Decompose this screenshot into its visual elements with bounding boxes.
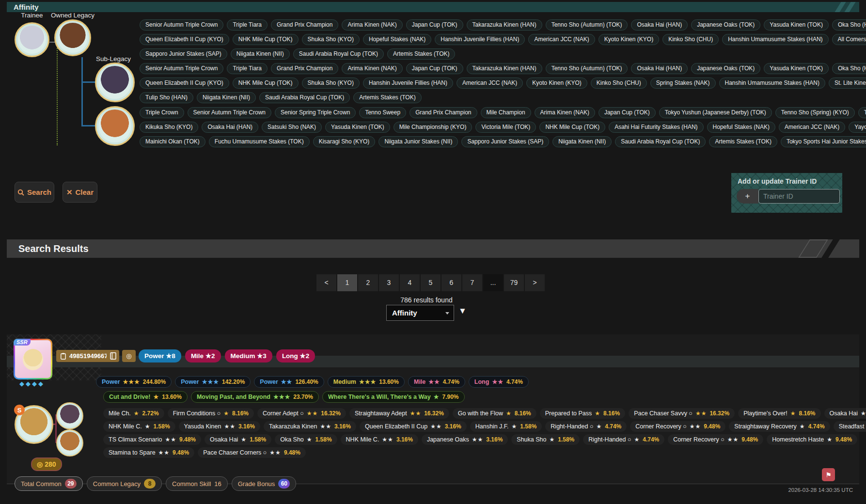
race-chip[interactable]: Grand Prix Champion — [409, 107, 477, 118]
race-chip[interactable]: Takarazuka Kinen (HAN) — [858, 107, 866, 118]
aptitude-chip[interactable]: Medium★★★13.60% — [328, 376, 405, 388]
race-chip[interactable]: NHK Mile Cup (TOK) — [233, 34, 299, 45]
skill-chip[interactable]: Osaka Hai★★3.16% — [824, 408, 866, 419]
race-chip[interactable]: Saudi Arabia Royal Cup (TOK) — [293, 48, 384, 60]
race-chip[interactable]: Japanese Oaks (TOK) — [691, 63, 760, 74]
sub-legacy-avatar-2[interactable] — [95, 106, 135, 146]
page-button[interactable]: 5 — [421, 274, 441, 291]
skill-chip[interactable]: Right-Handed ○★4.74% — [545, 421, 627, 432]
skill-chip[interactable]: Firm Conditions ○★8.16% — [168, 408, 254, 419]
race-chip[interactable]: Queen Elizabeth II Cup (KYO) — [140, 78, 229, 89]
skill-chip[interactable]: Stamina to Spare★★9.48% — [103, 447, 194, 458]
race-chip[interactable]: Kyoto Kinen (KYO) — [598, 34, 659, 45]
race-chip[interactable]: Kinko Sho (CHU) — [591, 78, 647, 89]
race-chip[interactable]: American JCC (NAK) — [779, 122, 845, 133]
race-chip[interactable]: American JCC (NAK) — [457, 78, 523, 89]
race-chip[interactable]: Osaka Hai (HAN) — [631, 19, 688, 31]
page-button[interactable]: 79 — [504, 274, 524, 291]
race-chip[interactable]: Triple Crown — [140, 107, 184, 118]
race-chip[interactable]: Spring Stakes (NAK) — [650, 78, 716, 89]
race-chip[interactable]: Kisaragi Sho (KYO) — [313, 136, 376, 147]
race-chip[interactable]: Hanshin Umamusume Stakes (HAN) — [722, 34, 828, 45]
race-chip[interactable]: Hanshin Juvenile Fillies (HAN) — [435, 34, 525, 45]
race-chip[interactable]: NHK Mile Cup (TOK) — [233, 78, 299, 89]
race-chip[interactable]: St. Lite Kinen (NAK) — [829, 78, 866, 89]
tab-grade-bonus[interactable]: Grade Bonus60 — [232, 476, 297, 491]
page-button[interactable]: < — [316, 274, 336, 291]
race-chip[interactable]: Artemis Stakes (TOK) — [709, 136, 777, 147]
race-chip[interactable]: Arima Kinen (NAK) — [342, 19, 402, 31]
race-chip[interactable]: Osaka Hai (HAN) — [631, 63, 688, 74]
race-chip[interactable]: Kyoto Kinen (KYO) — [526, 78, 587, 89]
skill-chip[interactable]: Oka Sho★1.58% — [275, 434, 337, 445]
trainee-rank-avatar[interactable]: S — [15, 405, 53, 444]
race-chip[interactable]: Saudi Arabia Royal Cup (TOK) — [259, 92, 350, 103]
race-chip[interactable]: Artemis Stakes (TOK) — [387, 48, 455, 60]
page-button[interactable]: 6 — [441, 274, 461, 291]
race-chip[interactable]: Saudi Arabia Royal Cup (TOK) — [615, 136, 706, 147]
race-chip[interactable]: Oka Sho (HAN) — [832, 19, 866, 31]
race-chip[interactable]: Victoria Mile (TOK) — [475, 122, 536, 133]
skill-chip[interactable]: Right-Handed ○★4.74% — [583, 434, 664, 445]
race-chip[interactable]: Senior Spring Triple Crown — [275, 107, 356, 118]
tab-common-skill[interactable]: Common Skill16 — [166, 476, 228, 491]
page-button[interactable]: > — [525, 274, 545, 291]
spiral-button[interactable]: ◎ — [122, 350, 136, 362]
skill-chip[interactable]: Straightaway Recovery★4.74% — [729, 421, 830, 432]
race-chip[interactable]: Japan Cup (TOK) — [406, 19, 463, 31]
skill-chip[interactable]: NHK Mile C.★★3.16% — [341, 434, 418, 445]
skill-chip[interactable]: Japanese Oaks★★3.16% — [422, 434, 508, 445]
tab-common-legacy[interactable]: Common Legacy8 — [87, 476, 162, 491]
race-chip[interactable]: Tokyo Yushun (Japanese Derby) (TOK) — [659, 107, 772, 118]
race-chip[interactable]: Tenno Sweep — [359, 107, 406, 118]
race-chip[interactable]: Satsuki Sho (NAK) — [262, 122, 322, 133]
race-chip[interactable]: Senior Autumn Triple Crown — [188, 107, 271, 118]
race-chip[interactable]: Takarazuka Kinen (HAN) — [467, 19, 542, 31]
skill-chip[interactable]: Pace Chaser Savvy ○★★16.32% — [629, 408, 735, 419]
page-button[interactable]: 4 — [400, 274, 420, 291]
race-chip[interactable]: Artemis Stakes (TOK) — [353, 92, 421, 103]
page-button[interactable]: 3 — [379, 274, 399, 291]
skill-chip[interactable]: Pace Chaser Corners ○★★9.48% — [198, 447, 306, 458]
race-chip[interactable]: NHK Mile Cup (TOK) — [539, 122, 605, 133]
race-chip[interactable]: Yasuda Kinen (TOK) — [764, 19, 829, 31]
skill-chip[interactable]: Mile Ch.★2.72% — [103, 408, 164, 419]
add-trainer-button[interactable]: + — [737, 189, 758, 204]
skill-chip[interactable]: Osaka Hai★1.58% — [205, 434, 271, 445]
race-chip[interactable]: All Comers (NAK) — [832, 34, 866, 45]
race-chip[interactable]: Arima Kinen (NAK) — [535, 107, 595, 118]
race-chip[interactable]: Grand Prix Champion — [271, 63, 338, 74]
unique-skill-chip[interactable]: Cut and Drive!★13.60% — [103, 391, 188, 403]
race-chip[interactable]: Japan Cup (TOK) — [406, 63, 463, 74]
legacy-avatar-small-2[interactable] — [56, 429, 83, 457]
race-chip[interactable]: Mile Championship (KYO) — [394, 122, 472, 133]
race-chip[interactable]: Oka Sho (HAN) — [832, 63, 866, 74]
race-chip[interactable]: Tokyo Sports Hai Junior Stakes (TOK) — [781, 136, 866, 147]
report-flag-button[interactable]: ⚑ — [822, 468, 835, 481]
race-chip[interactable]: Triple Tiara — [227, 63, 268, 74]
race-chip[interactable]: Fuchu Umamusume Stakes (TOK) — [209, 136, 310, 147]
skill-chip[interactable]: Yasuda Kinen★★3.16% — [179, 421, 260, 432]
race-chip[interactable]: Kikuka Sho (KYO) — [140, 122, 198, 133]
aptitude-chip[interactable]: Power★★126.40% — [254, 376, 324, 388]
support-card-thumbnail[interactable]: SSR — [14, 339, 52, 379]
skill-chip[interactable]: TS Climax Scenario★★9.48% — [103, 434, 201, 445]
skill-chip[interactable]: Corner Recovery ○★★9.48% — [630, 421, 725, 432]
race-chip[interactable]: Mile Champion — [481, 107, 531, 118]
skill-chip[interactable]: Go with the Flow★8.16% — [453, 408, 536, 419]
race-chip[interactable]: Tenno Sho (Spring) (KYO) — [775, 107, 855, 118]
race-chip[interactable]: Triple Tiara — [227, 19, 268, 31]
race-chip[interactable]: Tenno Sho (Autumn) (TOK) — [546, 63, 628, 74]
trainer-id-input[interactable] — [758, 189, 840, 204]
skill-chip[interactable]: Hanshin J.F.★1.58% — [470, 421, 542, 432]
owned-legacy-avatar[interactable] — [54, 19, 91, 56]
race-chip[interactable]: Arima Kinen (NAK) — [342, 63, 402, 74]
unique-skill-chip[interactable]: Where There's a Will, There's a Way★7.90… — [322, 391, 465, 403]
race-chip[interactable]: Queen Elizabeth II Cup (KYO) — [140, 34, 229, 45]
race-chip[interactable]: Niigata Kinen (NII) — [552, 136, 612, 147]
race-chip[interactable]: Sapporo Junior Stakes (SAP) — [140, 48, 227, 60]
race-chip[interactable]: Tenno Sho (Autumn) (TOK) — [546, 19, 628, 31]
skill-chip[interactable]: Homestretch Haste★9.48% — [767, 434, 857, 445]
trainee-avatar[interactable] — [15, 22, 49, 57]
page-button[interactable]: 1 — [337, 274, 357, 291]
